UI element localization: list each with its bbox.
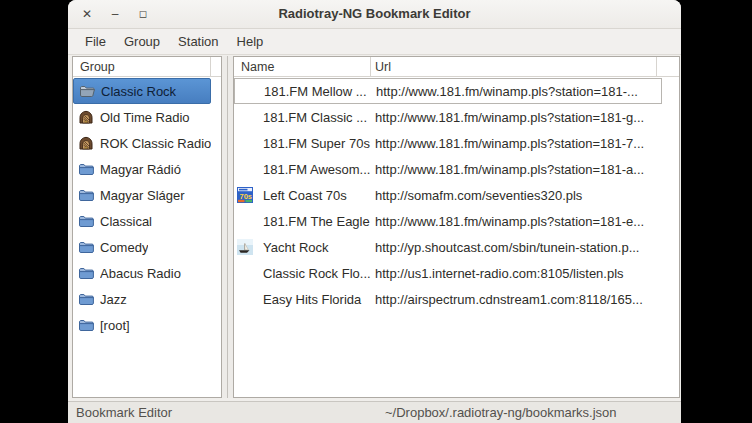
window-title: Radiotray-NG Bookmark Editor (68, 6, 681, 21)
folder-icon (77, 161, 94, 178)
group-item[interactable]: Comedy (73, 234, 211, 260)
station-url: http://www.181.fm/winamp.pls?station=181… (371, 110, 662, 125)
group-item-label: Magyar Sláger (100, 188, 185, 203)
station-name: 181.FM Super 70s (263, 136, 370, 151)
group-column-header[interactable]: Group (73, 57, 211, 76)
station-header-gutter (657, 57, 679, 76)
app-window: ✕ – ◻ Radiotray-NG Bookmark Editor File … (68, 0, 681, 423)
folder-icon (77, 187, 94, 204)
group-list: Classic RockOld Time RadioROK Classic Ra… (73, 78, 221, 397)
station-row[interactable]: 70sLeft Coast 70shttp://somafm.com/seven… (234, 182, 662, 208)
station-name-cell: 181.FM The Eagle (234, 213, 371, 229)
group-item-label: Classical (100, 214, 152, 229)
group-item[interactable]: ROK Classic Radio (73, 130, 211, 156)
station-row[interactable]: Classic Rock Flo...http://us1.internet-r… (234, 260, 662, 286)
folder-icon (77, 291, 94, 308)
station-url: http://airspectrum.cdnstream1.com:8118/1… (371, 292, 662, 307)
group-item[interactable]: Classic Rock (73, 78, 211, 104)
group-item[interactable]: Magyar Rádió (73, 156, 211, 182)
station-panel: Name Url 181.FM Mellow ...http://www.181… (233, 56, 680, 398)
station-name-cell: 70sLeft Coast 70s (234, 187, 371, 203)
station-name-cell: 181.FM Super 70s (234, 135, 371, 151)
group-item-label: ROK Classic Radio (100, 136, 211, 151)
station-name: 181.FM Mellow ... (264, 84, 367, 99)
group-item-label: Jazz (100, 292, 127, 307)
group-panel-header: Group (73, 57, 221, 77)
station-name-cell: Easy Hits Florida (234, 291, 371, 307)
group-item[interactable]: [root] (73, 312, 211, 338)
station-url: http://www.181.fm/winamp.pls?station=181… (371, 136, 662, 151)
group-item[interactable]: Old Time Radio (73, 104, 211, 130)
station-name-cell: 181.FM Mellow ... (235, 83, 372, 99)
station-row[interactable]: 181.FM Super 70shttp://www.181.fm/winamp… (234, 130, 662, 156)
panel-splitter[interactable] (222, 56, 233, 398)
no-icon (237, 291, 253, 307)
no-icon (237, 213, 253, 229)
left-coast-70s-album-icon: 70s (237, 187, 253, 203)
folder-open-icon (78, 83, 95, 100)
group-item-label: [root] (100, 318, 130, 333)
group-item-label: Magyar Rádió (100, 162, 181, 177)
station-name: 181.FM Classic ... (263, 110, 367, 125)
station-name: 181.FM Awesom... (263, 162, 370, 177)
content-area: Group Classic RockOld Time RadioROK Clas… (68, 55, 681, 401)
group-item[interactable]: Jazz (73, 286, 211, 312)
group-item-label: Comedy (100, 240, 148, 255)
no-icon (237, 135, 253, 151)
group-item-label: Old Time Radio (100, 110, 190, 125)
group-item-label: Abacus Radio (100, 266, 181, 281)
station-row[interactable]: Easy Hits Floridahttp://airspectrum.cdns… (234, 286, 662, 312)
group-item[interactable]: Magyar Sláger (73, 182, 211, 208)
station-url: http://somafm.com/seventies320.pls (371, 188, 662, 203)
group-header-gutter (211, 57, 221, 76)
menu-file[interactable]: File (76, 31, 115, 52)
status-text: Bookmark Editor (76, 405, 172, 420)
station-name: Classic Rock Flo... (263, 266, 371, 281)
station-list: 181.FM Mellow ...http://www.181.fm/winam… (234, 78, 679, 397)
bookmarks-file-path: ~/Dropbox/.radiotray-ng/bookmarks.json (385, 405, 617, 420)
station-name-cell: 181.FM Classic ... (234, 109, 371, 125)
folder-icon (77, 239, 94, 256)
group-item[interactable]: Abacus Radio (73, 260, 211, 286)
folder-icon (77, 265, 94, 282)
menu-help[interactable]: Help (228, 31, 273, 52)
folder-icon (77, 213, 94, 230)
station-name: Yacht Rock (263, 240, 329, 255)
no-icon (237, 161, 253, 177)
group-panel: Group Classic RockOld Time RadioROK Clas… (72, 56, 222, 398)
station-url: http://www.181.fm/winamp.pls?station=181… (372, 84, 661, 99)
statusbar: Bookmark Editor ~/Dropbox/.radiotray-ng/… (68, 401, 681, 423)
menubar: File Group Station Help (68, 29, 681, 55)
url-column-header[interactable]: Url (371, 57, 657, 76)
menu-station[interactable]: Station (169, 31, 227, 52)
radio-icon (77, 109, 94, 126)
station-table-header: Name Url (234, 57, 679, 77)
station-url: http://us1.internet-radio.com:8105/liste… (371, 266, 662, 281)
name-column-header[interactable]: Name (234, 57, 371, 76)
screen: ✕ – ◻ Radiotray-NG Bookmark Editor File … (0, 0, 752, 423)
no-icon (237, 265, 253, 281)
station-name: Easy Hits Florida (263, 292, 361, 307)
station-url: http://www.181.fm/winamp.pls?station=181… (371, 162, 662, 177)
station-name: Left Coast 70s (263, 188, 347, 203)
group-item[interactable]: Classical (73, 208, 211, 234)
station-url: http://yp.shoutcast.com/sbin/tunein-stat… (371, 240, 662, 255)
station-name-cell: Classic Rock Flo... (234, 265, 371, 281)
station-row[interactable]: Yacht Rockhttp://yp.shoutcast.com/sbin/t… (234, 234, 662, 260)
station-url: http://www.181.fm/winamp.pls?station=181… (371, 214, 662, 229)
titlebar: ✕ – ◻ Radiotray-NG Bookmark Editor (68, 0, 681, 29)
menu-group[interactable]: Group (115, 31, 169, 52)
no-icon (238, 83, 254, 99)
radio-icon (77, 135, 94, 152)
station-row[interactable]: 181.FM Mellow ...http://www.181.fm/winam… (234, 78, 662, 104)
yacht-rock-album-icon (237, 239, 253, 255)
folder-icon (77, 317, 94, 334)
station-name: 181.FM The Eagle (263, 214, 370, 229)
station-row[interactable]: 181.FM Classic ...http://www.181.fm/wina… (234, 104, 662, 130)
no-icon (237, 109, 253, 125)
group-item-label: Classic Rock (101, 84, 176, 99)
station-name-cell: 181.FM Awesom... (234, 161, 371, 177)
station-row[interactable]: 181.FM The Eaglehttp://www.181.fm/winamp… (234, 208, 662, 234)
station-row[interactable]: 181.FM Awesom...http://www.181.fm/winamp… (234, 156, 662, 182)
svg-text:70s: 70s (240, 192, 253, 201)
